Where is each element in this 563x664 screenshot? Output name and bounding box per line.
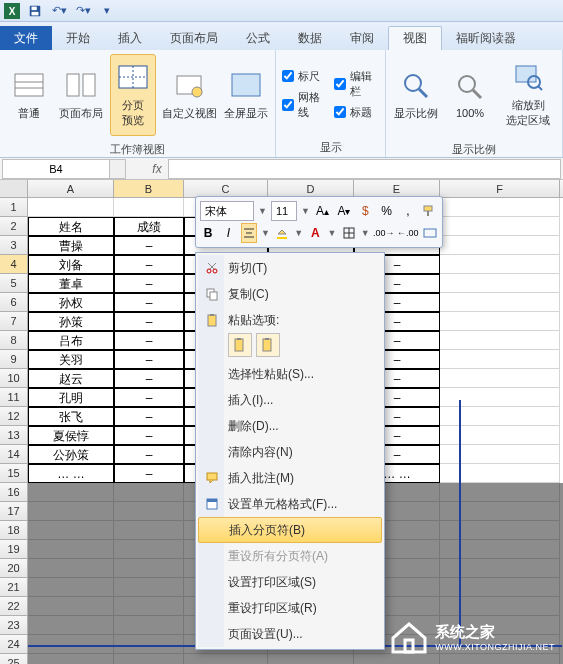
cell[interactable] bbox=[354, 654, 440, 664]
row-header[interactable]: 13 bbox=[0, 426, 28, 445]
context-menu-item[interactable]: 插入分页符(B) bbox=[198, 517, 382, 543]
tab-data[interactable]: 数据 bbox=[284, 26, 336, 50]
cell[interactable] bbox=[440, 540, 560, 559]
col-header-f[interactable]: F bbox=[440, 180, 560, 197]
cell[interactable]: – bbox=[114, 312, 184, 331]
cell[interactable] bbox=[440, 369, 560, 388]
row-header[interactable]: 25 bbox=[0, 654, 28, 664]
select-all-corner[interactable] bbox=[0, 180, 28, 197]
cell[interactable]: – bbox=[114, 388, 184, 407]
cell[interactable]: 董卓 bbox=[28, 274, 114, 293]
col-header-e[interactable]: E bbox=[354, 180, 440, 197]
cell[interactable] bbox=[440, 236, 560, 255]
font-color-button[interactable]: A bbox=[307, 223, 323, 243]
row-header[interactable]: 12 bbox=[0, 407, 28, 426]
row-header[interactable]: 21 bbox=[0, 578, 28, 597]
cell[interactable]: 成绩 bbox=[114, 217, 184, 236]
col-header-c[interactable]: C bbox=[184, 180, 268, 197]
accounting-format-icon[interactable]: $ bbox=[357, 201, 374, 221]
cell[interactable] bbox=[440, 521, 560, 540]
cell[interactable] bbox=[440, 578, 560, 597]
context-menu-item[interactable]: 插入(I)... bbox=[198, 387, 382, 413]
cell[interactable] bbox=[114, 597, 184, 616]
gridlines-checkbox[interactable]: 网格线 bbox=[282, 90, 328, 120]
percent-format-icon[interactable]: % bbox=[378, 201, 395, 221]
cell[interactable] bbox=[268, 654, 354, 664]
cell[interactable] bbox=[28, 654, 114, 664]
row-header[interactable]: 19 bbox=[0, 540, 28, 559]
cell[interactable]: 姓名 bbox=[28, 217, 114, 236]
row-header[interactable]: 11 bbox=[0, 388, 28, 407]
cell[interactable]: 曹操 bbox=[28, 236, 114, 255]
row-header[interactable]: 10 bbox=[0, 369, 28, 388]
align-center-button[interactable] bbox=[241, 223, 257, 243]
merge-cells-icon[interactable] bbox=[422, 223, 438, 243]
cell[interactable]: … … bbox=[28, 464, 114, 483]
col-header-a[interactable]: A bbox=[28, 180, 114, 197]
cell[interactable]: 孙策 bbox=[28, 312, 114, 331]
fullscreen-button[interactable]: 全屏显示 bbox=[223, 54, 269, 136]
cell[interactable] bbox=[114, 559, 184, 578]
cell[interactable]: – bbox=[114, 369, 184, 388]
fx-icon[interactable]: fx bbox=[146, 162, 168, 176]
row-header[interactable]: 7 bbox=[0, 312, 28, 331]
col-header-b[interactable]: B bbox=[114, 180, 184, 197]
cell[interactable]: – bbox=[114, 274, 184, 293]
cell[interactable] bbox=[28, 540, 114, 559]
row-header[interactable]: 20 bbox=[0, 559, 28, 578]
cell[interactable]: – bbox=[114, 426, 184, 445]
cell[interactable]: 赵云 bbox=[28, 369, 114, 388]
cell[interactable] bbox=[440, 350, 560, 369]
cell[interactable] bbox=[440, 464, 560, 483]
save-button[interactable] bbox=[26, 2, 44, 20]
cell[interactable] bbox=[440, 217, 560, 236]
chevron-down-icon[interactable]: ▼ bbox=[261, 228, 270, 238]
cell[interactable]: 孔明 bbox=[28, 388, 114, 407]
cell[interactable] bbox=[28, 559, 114, 578]
name-box[interactable]: B4 bbox=[2, 159, 110, 179]
col-header-d[interactable]: D bbox=[268, 180, 354, 197]
format-painter-icon[interactable] bbox=[421, 201, 438, 221]
cell[interactable] bbox=[440, 445, 560, 464]
cell[interactable] bbox=[440, 274, 560, 293]
zoom-selection-button[interactable]: 缩放到 选定区域 bbox=[500, 54, 556, 136]
formula-bar[interactable] bbox=[168, 159, 561, 179]
cell[interactable] bbox=[28, 521, 114, 540]
tab-view[interactable]: 视图 bbox=[388, 26, 442, 50]
cell[interactable] bbox=[114, 540, 184, 559]
cell[interactable] bbox=[440, 255, 560, 274]
tab-foxit[interactable]: 福昕阅读器 bbox=[442, 26, 530, 50]
row-header[interactable]: 16 bbox=[0, 483, 28, 502]
cell[interactable]: 夏侯惇 bbox=[28, 426, 114, 445]
mini-font-family[interactable] bbox=[200, 201, 254, 221]
cell[interactable] bbox=[440, 502, 560, 521]
chevron-down-icon[interactable]: ▼ bbox=[327, 228, 336, 238]
cell[interactable] bbox=[440, 331, 560, 350]
chevron-down-icon[interactable]: ▼ bbox=[294, 228, 303, 238]
name-box-dropdown[interactable] bbox=[110, 159, 126, 179]
context-menu-item[interactable]: 页面设置(U)... bbox=[198, 621, 382, 647]
cell[interactable]: 孙权 bbox=[28, 293, 114, 312]
increase-decimal-icon[interactable]: .00→ bbox=[374, 223, 394, 243]
context-menu-item[interactable]: 剪切(T) bbox=[198, 255, 382, 281]
cell[interactable]: – bbox=[114, 350, 184, 369]
cell[interactable] bbox=[28, 483, 114, 502]
context-menu-item[interactable]: 设置打印区域(S) bbox=[198, 569, 382, 595]
row-header[interactable]: 2 bbox=[0, 217, 28, 236]
tab-pagelayout[interactable]: 页面布局 bbox=[156, 26, 232, 50]
row-header[interactable]: 5 bbox=[0, 274, 28, 293]
row-header[interactable]: 17 bbox=[0, 502, 28, 521]
cell[interactable] bbox=[440, 654, 560, 664]
comma-format-icon[interactable]: , bbox=[399, 201, 416, 221]
tab-home[interactable]: 开始 bbox=[52, 26, 104, 50]
cell[interactable] bbox=[440, 559, 560, 578]
redo-button[interactable]: ↷▾ bbox=[74, 2, 92, 20]
context-menu-item[interactable]: 清除内容(N) bbox=[198, 439, 382, 465]
cell[interactable] bbox=[28, 198, 114, 217]
cell[interactable] bbox=[440, 407, 560, 426]
cell[interactable] bbox=[440, 198, 560, 217]
context-menu-item[interactable]: 重设打印区域(R) bbox=[198, 595, 382, 621]
cell[interactable]: 关羽 bbox=[28, 350, 114, 369]
cell[interactable] bbox=[114, 483, 184, 502]
cell[interactable] bbox=[114, 198, 184, 217]
